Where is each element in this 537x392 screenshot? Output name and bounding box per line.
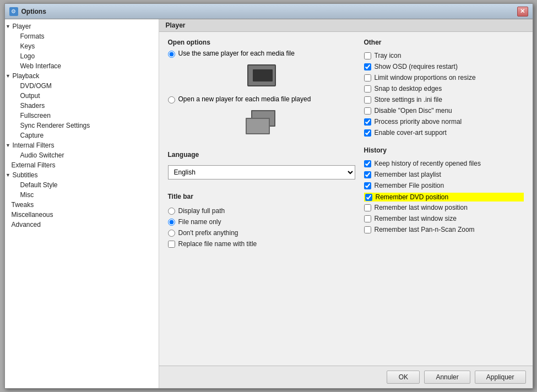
language-select[interactable]: English French German Spanish — [168, 165, 355, 179]
sidebar-label-formats: Formats — [5, 32, 45, 40]
radio-no-prefix[interactable] — [168, 230, 175, 237]
sidebar-item-output[interactable]: Output — [5, 91, 159, 101]
cancel-button[interactable]: Annuler — [424, 371, 470, 384]
toggle-player: ▼ — [5, 23, 12, 30]
sidebar-item-default-style[interactable]: Default Style — [5, 180, 159, 190]
toggle-subtitles: ▼ — [5, 172, 12, 178]
sidebar-item-formats[interactable]: Formats — [5, 31, 159, 41]
sidebar-item-external-filters[interactable]: External Filters — [5, 160, 159, 170]
other-show-osd-row: Show OSD (requires restart) — [364, 63, 524, 70]
sidebar-label-shaders: Shaders — [5, 102, 45, 110]
language-title: Language — [168, 151, 355, 159]
radio-full-path-label: Display full path — [178, 207, 225, 215]
footer: OK Annuler Appliquer — [159, 366, 533, 388]
sidebar: ▼ Player Formats Keys Logo Web Interface… — [5, 19, 159, 388]
open-options-title: Open options — [168, 39, 355, 46]
sidebar-item-sync-renderer[interactable]: Sync Renderer Settings — [5, 121, 159, 130]
radio-full-path[interactable] — [168, 208, 175, 215]
sidebar-item-dvd-ogm[interactable]: DVD/OGM — [5, 81, 159, 91]
radio-file-name-only-label: File name only — [178, 218, 221, 226]
radio-file-name-only[interactable] — [168, 219, 175, 226]
player-icon-single — [168, 64, 355, 86]
left-column: Open options Use the same player for eac… — [168, 39, 355, 359]
other-tray-icon-row: Tray icon — [364, 52, 524, 59]
history-last-playlist-row: Remember last playlist — [364, 171, 524, 178]
sidebar-item-shaders[interactable]: Shaders — [5, 101, 159, 111]
options-dialog: ⚙ Options ✕ ▼ Player Formats Keys Logo W… — [4, 3, 533, 389]
process-priority-label: Process priority above normal — [375, 118, 462, 126]
sidebar-item-internal-filters[interactable]: ▼ Internal Filters — [5, 140, 159, 150]
sidebar-label-output: Output — [5, 92, 40, 100]
sidebar-label-advanced: Advanced — [5, 221, 41, 228]
sidebar-item-audio-switcher[interactable]: Audio Switcher — [5, 150, 159, 160]
sidebar-item-subtitles[interactable]: ▼ Subtitles — [5, 170, 159, 180]
sidebar-item-tweaks[interactable]: Tweaks — [5, 200, 159, 210]
sidebar-label-capture: Capture — [5, 132, 44, 139]
checkbox-disable-disc[interactable] — [364, 107, 371, 115]
sidebar-label-web-interface: Web Interface — [5, 62, 61, 70]
sidebar-item-logo[interactable]: Logo — [5, 51, 159, 61]
radio-same-player-label: Use the same player for each media file — [178, 50, 295, 57]
sidebar-item-playback[interactable]: ▼ Playback — [5, 71, 159, 81]
checkbox-show-osd[interactable] — [364, 63, 371, 70]
sidebar-item-fullscreen[interactable]: Fullscreen — [5, 111, 159, 121]
history-title: History — [364, 146, 524, 154]
remember-window-position-label: Remember last window position — [375, 204, 468, 211]
history-pan-scan-row: Remember last Pan-n-Scan Zoom — [364, 226, 524, 233]
titlebar-section-title: Title bar — [168, 193, 355, 200]
open-options-radio-group: Use the same player for each media file … — [168, 50, 355, 138]
store-settings-label: Store settings in .ini file — [375, 96, 442, 104]
radio-same-player[interactable] — [168, 51, 175, 58]
radio-file-name-only-row: File name only — [168, 218, 355, 226]
checkbox-process-priority[interactable] — [364, 118, 371, 126]
remember-window-size-label: Remember last window size — [375, 215, 457, 222]
other-title: Other — [364, 39, 524, 46]
checkbox-remember-playlist[interactable] — [364, 171, 371, 178]
language-section: Language English French German Spanish — [168, 151, 355, 179]
sidebar-item-keys[interactable]: Keys — [5, 41, 159, 51]
sidebar-label-misc: Misc — [5, 191, 34, 199]
sidebar-label-subtitles: Subtitles — [13, 171, 38, 179]
checkbox-replace-filename[interactable] — [168, 241, 175, 248]
checkbox-store-settings[interactable] — [364, 96, 371, 104]
history-window-size-row: Remember last window size — [364, 215, 524, 222]
keep-history-label: Keep history of recently opened files — [375, 160, 481, 167]
main-panel: Player Open options Use the same player … — [159, 19, 533, 388]
other-limit-window-row: Limit window proportions on resize — [364, 74, 524, 81]
open-options-section: Open options Use the same player for eac… — [168, 39, 355, 138]
checkbox-remember-dvd-position[interactable] — [365, 194, 372, 201]
titlebar: ⚙ Options ✕ — [5, 4, 533, 19]
history-dvd-position-row: Remember DVD position — [364, 193, 524, 202]
other-store-settings-row: Store settings in .ini file — [364, 96, 524, 104]
checkbox-snap-desktop[interactable] — [364, 85, 371, 92]
sidebar-item-misc[interactable]: Misc — [5, 190, 159, 200]
radio-new-player[interactable] — [168, 96, 175, 104]
radio-full-path-row: Display full path — [168, 207, 355, 215]
sidebar-label-logo: Logo — [5, 52, 35, 60]
show-osd-label: Show OSD (requires restart) — [375, 63, 458, 70]
checkbox-tray-icon[interactable] — [364, 52, 371, 59]
apply-button[interactable]: Appliquer — [475, 371, 526, 384]
sidebar-label-default-style: Default Style — [5, 181, 58, 189]
sidebar-label-miscellaneous: Miscellaneous — [5, 211, 53, 219]
right-column: Other Tray icon Show OSD (requires resta… — [364, 39, 524, 359]
checkbox-remember-pan-scan[interactable] — [364, 226, 371, 233]
checkbox-cover-art[interactable] — [364, 129, 371, 137]
sidebar-item-capture[interactable]: Capture — [5, 130, 159, 140]
sidebar-item-web-interface[interactable]: Web Interface — [5, 61, 159, 71]
ok-button[interactable]: OK — [387, 371, 420, 384]
sidebar-item-player[interactable]: ▼ Player — [5, 21, 159, 31]
close-button[interactable]: ✕ — [517, 7, 528, 17]
checkbox-limit-window[interactable] — [364, 74, 371, 81]
checkbox-keep-history[interactable] — [364, 160, 371, 167]
cover-art-label: Enable cover-art support — [375, 129, 447, 137]
sidebar-item-miscellaneous[interactable]: Miscellaneous — [5, 210, 159, 220]
checkbox-remember-file-position[interactable] — [364, 182, 371, 189]
checkbox-remember-window-size[interactable] — [364, 215, 371, 222]
sidebar-label-playback: Playback — [13, 72, 40, 80]
sidebar-item-advanced[interactable]: Advanced — [5, 220, 159, 230]
sidebar-label-player: Player — [13, 23, 31, 30]
radio-no-prefix-label: Don't prefix anything — [178, 229, 238, 237]
checkbox-remember-window-position[interactable] — [364, 204, 371, 211]
sidebar-label-dvd-ogm: DVD/OGM — [5, 82, 52, 90]
